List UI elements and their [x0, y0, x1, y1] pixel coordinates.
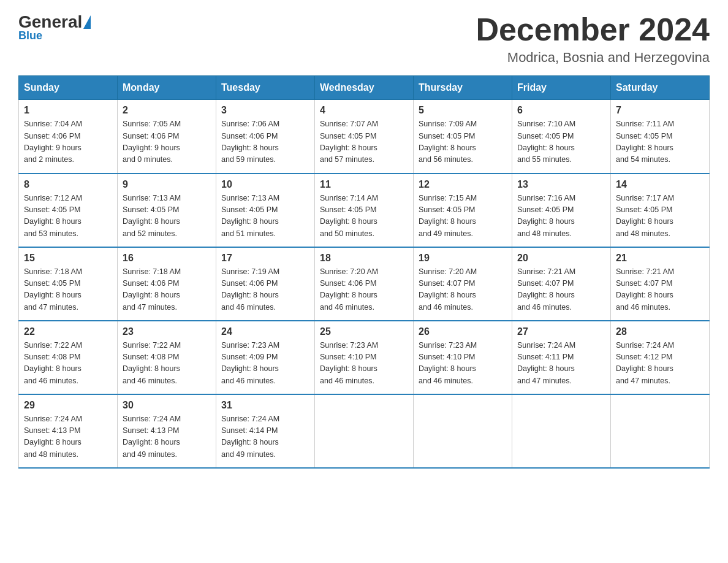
- calendar-day-cell: 26 Sunrise: 7:23 AMSunset: 4:10 PMDaylig…: [414, 321, 512, 394]
- calendar-week-row: 29 Sunrise: 7:24 AMSunset: 4:13 PMDaylig…: [19, 394, 710, 468]
- day-number: 19: [419, 253, 507, 264]
- calendar-day-cell: 22 Sunrise: 7:22 AMSunset: 4:08 PMDaylig…: [19, 321, 118, 394]
- day-number: 9: [123, 179, 211, 190]
- day-info: Sunrise: 7:23 AMSunset: 4:10 PMDaylight:…: [320, 340, 408, 388]
- day-number: 10: [221, 179, 309, 190]
- day-info: Sunrise: 7:24 AMSunset: 4:14 PMDaylight:…: [221, 413, 309, 461]
- day-number: 24: [221, 326, 309, 337]
- header-monday: Monday: [118, 76, 216, 100]
- day-info: Sunrise: 7:20 AMSunset: 4:07 PMDaylight:…: [419, 266, 507, 314]
- day-info: Sunrise: 7:18 AMSunset: 4:05 PMDaylight:…: [24, 266, 112, 314]
- day-number: 22: [24, 326, 112, 337]
- calendar-week-row: 8 Sunrise: 7:12 AMSunset: 4:05 PMDayligh…: [19, 174, 710, 247]
- day-info: Sunrise: 7:07 AMSunset: 4:05 PMDaylight:…: [320, 118, 408, 166]
- day-number: 3: [221, 105, 309, 116]
- day-info: Sunrise: 7:19 AMSunset: 4:06 PMDaylight:…: [221, 266, 309, 314]
- header-saturday: Saturday: [611, 76, 710, 100]
- calendar-table: Sunday Monday Tuesday Wednesday Thursday…: [18, 75, 710, 469]
- day-number: 1: [24, 105, 112, 116]
- day-info: Sunrise: 7:16 AMSunset: 4:05 PMDaylight:…: [517, 193, 605, 240]
- day-info: Sunrise: 7:05 AMSunset: 4:06 PMDaylight:…: [123, 118, 211, 166]
- calendar-day-cell: 25 Sunrise: 7:23 AMSunset: 4:10 PMDaylig…: [315, 321, 414, 394]
- month-title: December 2024: [476, 12, 710, 47]
- header-thursday: Thursday: [414, 76, 512, 100]
- day-info: Sunrise: 7:21 AMSunset: 4:07 PMDaylight:…: [616, 266, 704, 314]
- calendar-day-cell: 28 Sunrise: 7:24 AMSunset: 4:12 PMDaylig…: [611, 321, 710, 394]
- day-number: 28: [616, 326, 704, 337]
- calendar-day-cell: 12 Sunrise: 7:15 AMSunset: 4:05 PMDaylig…: [414, 174, 512, 247]
- day-number: 27: [517, 326, 605, 337]
- day-number: 21: [616, 253, 704, 264]
- calendar-day-cell: [414, 394, 512, 468]
- day-info: Sunrise: 7:10 AMSunset: 4:05 PMDaylight:…: [517, 118, 605, 166]
- calendar-day-cell: 17 Sunrise: 7:19 AMSunset: 4:06 PMDaylig…: [216, 247, 315, 321]
- day-number: 6: [517, 105, 605, 116]
- day-info: Sunrise: 7:20 AMSunset: 4:06 PMDaylight:…: [320, 266, 408, 314]
- location-subtitle: Modrica, Bosnia and Herzegovina: [476, 50, 710, 66]
- day-info: Sunrise: 7:22 AMSunset: 4:08 PMDaylight:…: [24, 340, 112, 388]
- header-sunday: Sunday: [19, 76, 118, 100]
- day-number: 2: [123, 105, 211, 116]
- calendar-day-cell: 2 Sunrise: 7:05 AMSunset: 4:06 PMDayligh…: [118, 100, 216, 174]
- calendar-day-cell: 9 Sunrise: 7:13 AMSunset: 4:05 PMDayligh…: [118, 174, 216, 247]
- day-number: 29: [24, 400, 112, 411]
- day-info: Sunrise: 7:13 AMSunset: 4:05 PMDaylight:…: [221, 193, 309, 240]
- day-info: Sunrise: 7:12 AMSunset: 4:05 PMDaylight:…: [24, 193, 112, 240]
- header-wednesday: Wednesday: [315, 76, 414, 100]
- calendar-day-cell: 23 Sunrise: 7:22 AMSunset: 4:08 PMDaylig…: [118, 321, 216, 394]
- day-info: Sunrise: 7:24 AMSunset: 4:13 PMDaylight:…: [24, 413, 112, 461]
- calendar-day-cell: 7 Sunrise: 7:11 AMSunset: 4:05 PMDayligh…: [611, 100, 710, 174]
- logo-area: General Blue: [18, 12, 89, 42]
- day-number: 31: [221, 400, 309, 411]
- calendar-week-row: 15 Sunrise: 7:18 AMSunset: 4:05 PMDaylig…: [19, 247, 710, 321]
- calendar-day-cell: 27 Sunrise: 7:24 AMSunset: 4:11 PMDaylig…: [512, 321, 611, 394]
- calendar-day-cell: 1 Sunrise: 7:04 AMSunset: 4:06 PMDayligh…: [19, 100, 118, 174]
- calendar-day-cell: 5 Sunrise: 7:09 AMSunset: 4:05 PMDayligh…: [414, 100, 512, 174]
- header-friday: Friday: [512, 76, 611, 100]
- day-number: 5: [419, 105, 507, 116]
- logo-blue-text: Blue: [18, 29, 42, 42]
- day-info: Sunrise: 7:17 AMSunset: 4:05 PMDaylight:…: [616, 193, 704, 240]
- day-info: Sunrise: 7:06 AMSunset: 4:06 PMDaylight:…: [221, 118, 309, 166]
- calendar-day-cell: 21 Sunrise: 7:21 AMSunset: 4:07 PMDaylig…: [611, 247, 710, 321]
- calendar-day-cell: 10 Sunrise: 7:13 AMSunset: 4:05 PMDaylig…: [216, 174, 315, 247]
- calendar-day-cell: [611, 394, 710, 468]
- day-info: Sunrise: 7:23 AMSunset: 4:10 PMDaylight:…: [419, 340, 507, 388]
- page-header: General Blue December 2024 Modrica, Bosn…: [18, 12, 710, 66]
- logo-triangle-icon: [83, 15, 91, 29]
- day-info: Sunrise: 7:18 AMSunset: 4:06 PMDaylight:…: [123, 266, 211, 314]
- calendar-week-row: 22 Sunrise: 7:22 AMSunset: 4:08 PMDaylig…: [19, 321, 710, 394]
- day-number: 17: [221, 253, 309, 264]
- calendar-day-cell: [512, 394, 611, 468]
- day-info: Sunrise: 7:04 AMSunset: 4:06 PMDaylight:…: [24, 118, 112, 166]
- calendar-day-cell: 6 Sunrise: 7:10 AMSunset: 4:05 PMDayligh…: [512, 100, 611, 174]
- calendar-day-cell: 8 Sunrise: 7:12 AMSunset: 4:05 PMDayligh…: [19, 174, 118, 247]
- header-tuesday: Tuesday: [216, 76, 315, 100]
- calendar-day-cell: 13 Sunrise: 7:16 AMSunset: 4:05 PMDaylig…: [512, 174, 611, 247]
- day-number: 26: [419, 326, 507, 337]
- day-number: 13: [517, 179, 605, 190]
- calendar-header-row: Sunday Monday Tuesday Wednesday Thursday…: [19, 76, 710, 100]
- day-info: Sunrise: 7:13 AMSunset: 4:05 PMDaylight:…: [123, 193, 211, 240]
- day-number: 14: [616, 179, 704, 190]
- day-number: 8: [24, 179, 112, 190]
- day-number: 16: [123, 253, 211, 264]
- day-info: Sunrise: 7:23 AMSunset: 4:09 PMDaylight:…: [221, 340, 309, 388]
- day-info: Sunrise: 7:11 AMSunset: 4:05 PMDaylight:…: [616, 118, 704, 166]
- day-info: Sunrise: 7:24 AMSunset: 4:11 PMDaylight:…: [517, 340, 605, 388]
- day-number: 30: [123, 400, 211, 411]
- calendar-day-cell: 24 Sunrise: 7:23 AMSunset: 4:09 PMDaylig…: [216, 321, 315, 394]
- day-number: 11: [320, 179, 408, 190]
- day-number: 4: [320, 105, 408, 116]
- calendar-day-cell: 4 Sunrise: 7:07 AMSunset: 4:05 PMDayligh…: [315, 100, 414, 174]
- day-info: Sunrise: 7:24 AMSunset: 4:12 PMDaylight:…: [616, 340, 704, 388]
- calendar-day-cell: 31 Sunrise: 7:24 AMSunset: 4:14 PMDaylig…: [216, 394, 315, 468]
- day-info: Sunrise: 7:21 AMSunset: 4:07 PMDaylight:…: [517, 266, 605, 314]
- calendar-day-cell: 30 Sunrise: 7:24 AMSunset: 4:13 PMDaylig…: [118, 394, 216, 468]
- day-info: Sunrise: 7:24 AMSunset: 4:13 PMDaylight:…: [123, 413, 211, 461]
- calendar-day-cell: 15 Sunrise: 7:18 AMSunset: 4:05 PMDaylig…: [19, 247, 118, 321]
- calendar-day-cell: 11 Sunrise: 7:14 AMSunset: 4:05 PMDaylig…: [315, 174, 414, 247]
- day-number: 15: [24, 253, 112, 264]
- day-number: 18: [320, 253, 408, 264]
- title-area: December 2024 Modrica, Bosnia and Herzeg…: [476, 12, 710, 66]
